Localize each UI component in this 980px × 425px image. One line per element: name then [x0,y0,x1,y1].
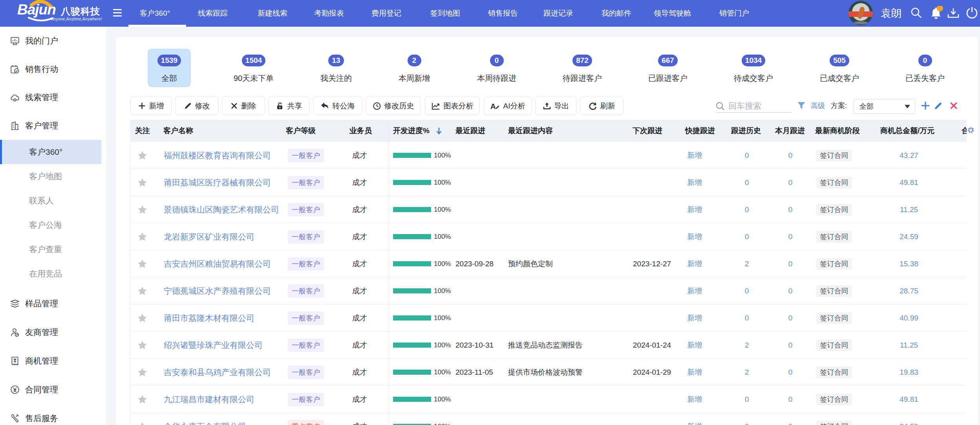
svg-text:vs: vs [16,333,19,336]
